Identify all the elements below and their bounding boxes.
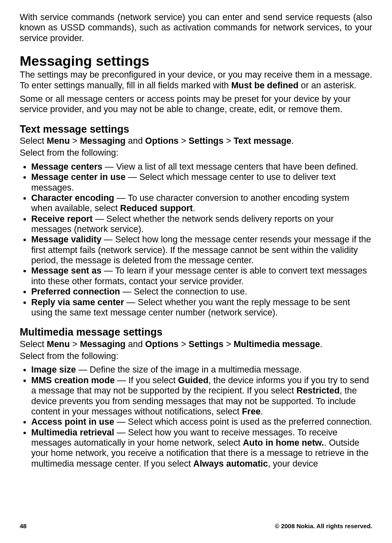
bold-label: Free [242,407,261,416]
text-msg-follow: Select from the following: [20,148,372,158]
list-item: MMS creation mode — If you select Guided… [31,375,372,417]
paragraph-preset: Some or all message centers or access po… [20,94,372,115]
text-message-label: Text message [233,136,291,146]
text: > [179,136,189,146]
term: Preferred connection [31,287,120,297]
desc: . [193,203,195,213]
term: Message center in use [31,172,125,182]
desc: — Select the connection to use. [120,287,247,297]
must-be-defined-label: Must be defined [231,81,299,90]
text: or an asterisk. [298,81,356,90]
heading-mms-settings: Multimedia message settings [20,326,372,338]
menu-label: Menu [47,136,70,146]
desc: — If you select [115,375,178,385]
list-item: Message centers — View a list of all tex… [31,162,372,172]
desc: — Select which access point is used as t… [114,417,372,427]
options-label: Options [145,136,178,146]
settings-label: Settings [189,339,224,349]
text-msg-list: Message centers — View a list of all tex… [20,162,372,318]
term: Image size [31,365,76,375]
multimedia-message-label: Multimedia message [233,339,320,349]
term: Multimedia retrieval [31,428,114,437]
desc: , your device [268,459,318,469]
text: > [224,339,234,349]
term: Access point in use [31,417,114,427]
messaging-label: Messaging [80,136,125,146]
list-item: Access point in use — Select which acces… [31,417,372,427]
list-item: Message validity — Select how long the m… [31,235,372,266]
heading-messaging-settings: Messaging settings [20,53,372,69]
term: Character encoding [31,193,114,203]
options-label: Options [145,339,178,349]
term: Message sent as [31,266,101,276]
document-page: With service commands (network service) … [0,0,392,543]
term: Reply via same center [31,297,124,307]
list-item: Reply via same center — Select whether y… [31,297,372,318]
intro-paragraph: With service commands (network service) … [20,12,372,44]
text: and [126,136,145,146]
mms-path: Select Menu > Messaging and Options > Se… [20,339,372,350]
list-item: Preferred connection — Select the connec… [31,287,372,297]
term: Receive report [31,214,92,224]
bold-label: Guided [178,375,208,385]
desc: — View a list of all text message center… [102,162,358,172]
text: and [126,339,145,349]
menu-label: Menu [47,339,70,349]
term: Message validity [31,235,101,244]
text: Select [20,136,47,146]
paragraph-preconfigured: The settings may be preconfigured in you… [20,70,372,91]
desc: . [261,407,263,416]
term: MMS creation mode [31,375,115,385]
bold-label: Auto in home netw. [243,438,324,448]
list-item: Multimedia retrieval — Select how you wa… [31,428,372,469]
bold-label: Restricted [296,386,339,396]
desc: — Define the size of the image in a mult… [76,365,302,375]
mms-follow: Select from the following: [20,351,372,361]
page-footer: 48 © 2008 Nokia. All rights reserved. [20,522,372,530]
bold-label: Always automatic [193,459,268,469]
settings-label: Settings [189,136,224,146]
bold-label: Reduced support [120,203,193,213]
text-msg-path: Select Menu > Messaging and Options > Se… [20,136,372,146]
text: Select [20,339,47,349]
copyright: © 2008 Nokia. All rights reserved. [275,522,372,530]
list-item: Character encoding — To use character co… [31,193,372,214]
list-item: Receive report — Select whether the netw… [31,214,372,235]
list-item: Message center in use — Select which mes… [31,172,372,193]
mms-list: Image size — Define the size of the imag… [20,365,372,469]
text: > [70,339,80,349]
text: > [224,136,234,146]
text: . [291,136,294,146]
messaging-label: Messaging [80,339,125,349]
term: Message centers [31,162,102,172]
list-item: Image size — Define the size of the imag… [31,365,372,375]
text: . [320,339,323,349]
text: > [179,339,189,349]
list-item: Message sent as — To learn if your messa… [31,266,372,287]
page-number: 48 [20,522,27,530]
heading-text-message-settings: Text message settings [20,123,372,136]
text: > [70,136,80,146]
